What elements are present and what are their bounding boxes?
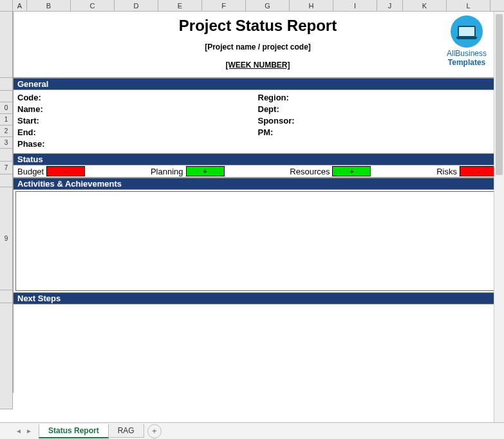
next-steps-content[interactable] xyxy=(15,306,500,393)
row-header[interactable]: 2 xyxy=(0,126,12,137)
field-phase[interactable]: Phase: xyxy=(17,138,258,150)
row-header[interactable] xyxy=(0,303,12,409)
activities-content[interactable] xyxy=(15,191,500,291)
col-I[interactable]: I xyxy=(333,0,377,11)
status-label-planning: Planning xyxy=(151,167,183,176)
report-title: Project Status Report xyxy=(14,17,502,35)
row-header[interactable]: 7 xyxy=(0,162,12,174)
row-header[interactable] xyxy=(0,12,12,78)
tab-nav: ◄ ► xyxy=(14,426,33,436)
section-next-steps: Next Steps xyxy=(14,292,502,304)
col-B[interactable]: B xyxy=(27,0,71,11)
col-H[interactable]: H xyxy=(290,0,333,11)
status-indicator-resources[interactable]: + xyxy=(332,166,371,176)
field-region[interactable]: Region: xyxy=(258,92,499,104)
column-headers: A B C D E F G H I J K L xyxy=(0,0,504,12)
logo-icon xyxy=(451,15,483,48)
row-header[interactable]: 9 xyxy=(0,187,12,290)
field-sponsor[interactable]: Sponsor: xyxy=(258,115,499,127)
logo-text-2: Templates xyxy=(438,58,496,67)
col-F[interactable]: F xyxy=(202,0,246,11)
vertical-scrollbar[interactable] xyxy=(494,12,504,422)
week-number-placeholder: [WEEK NUMBER] xyxy=(14,61,502,70)
col-D[interactable]: D xyxy=(115,0,158,11)
tab-nav-prev-icon[interactable]: ◄ xyxy=(14,426,23,436)
general-right-col: Region: Dept: Sponsor: PM: xyxy=(258,92,499,150)
tab-status-report[interactable]: Status Report xyxy=(39,424,109,438)
section-status: Status xyxy=(14,153,502,165)
logo-text-1: AllBusiness xyxy=(438,49,496,58)
status-label-resources: Resources xyxy=(290,167,330,176)
project-name-placeholder: [Project name / project code] xyxy=(14,42,502,51)
col-K[interactable]: K xyxy=(403,0,447,11)
sheet-tab-strip: ◄ ► Status Report RAG + xyxy=(0,422,504,439)
col-A[interactable]: A xyxy=(13,0,27,11)
row-header[interactable] xyxy=(0,290,12,303)
field-code[interactable]: Code: xyxy=(17,92,258,104)
col-C[interactable]: C xyxy=(71,0,115,11)
laptop-icon xyxy=(458,26,476,37)
plus-icon: + xyxy=(152,426,157,436)
row-header[interactable] xyxy=(0,174,12,187)
status-row: Budget - Planning + Resources + Risks - xyxy=(14,165,502,178)
col-J[interactable]: J xyxy=(377,0,403,11)
worksheet-grid[interactable]: Project Status Report [Project name / pr… xyxy=(13,12,504,409)
field-pm[interactable]: PM: xyxy=(258,127,499,138)
general-body: Code: Name: Start: End: Phase: Region: D… xyxy=(14,90,502,153)
tab-rag[interactable]: RAG xyxy=(108,424,144,438)
row-header[interactable]: 1 xyxy=(0,114,12,126)
row-header[interactable] xyxy=(0,149,12,162)
row-headers: 0 1 2 3 7 9 xyxy=(0,12,13,409)
section-activities: Activities & Achievements xyxy=(14,178,502,190)
select-all-corner[interactable] xyxy=(0,0,13,11)
row-header[interactable]: 3 xyxy=(0,137,12,149)
col-E[interactable]: E xyxy=(158,0,202,11)
section-general: General xyxy=(14,78,502,90)
col-L[interactable]: L xyxy=(447,0,490,11)
field-name[interactable]: Name: xyxy=(17,104,258,115)
status-indicator-planning[interactable]: + xyxy=(186,166,225,176)
status-label-risks: Risks xyxy=(436,167,457,176)
status-indicator-risks[interactable]: - xyxy=(460,166,498,176)
add-sheet-button[interactable]: + xyxy=(147,424,162,438)
status-label-budget: Budget xyxy=(17,167,44,176)
tab-nav-next-icon[interactable]: ► xyxy=(24,426,33,436)
row-header[interactable] xyxy=(0,78,12,91)
field-start[interactable]: Start: xyxy=(17,115,258,127)
row-header[interactable]: 0 xyxy=(0,102,12,114)
field-dept[interactable]: Dept: xyxy=(258,104,499,115)
logo: AllBusiness Templates xyxy=(438,15,496,67)
field-end[interactable]: End: xyxy=(17,127,258,138)
report-document: Project Status Report [Project name / pr… xyxy=(13,12,503,393)
title-block: Project Status Report [Project name / pr… xyxy=(14,12,502,78)
row-header[interactable] xyxy=(0,91,12,102)
scrollbar-thumb[interactable] xyxy=(496,14,503,175)
col-G[interactable]: G xyxy=(246,0,290,11)
status-indicator-budget[interactable]: - xyxy=(46,166,85,176)
general-left-col: Code: Name: Start: End: Phase: xyxy=(17,92,258,150)
